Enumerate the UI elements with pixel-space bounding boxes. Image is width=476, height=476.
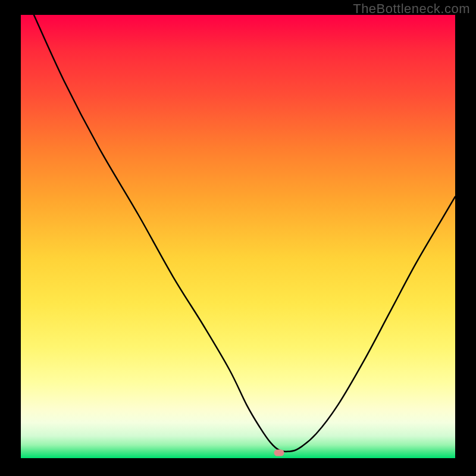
- bottleneck-curve: [34, 15, 455, 452]
- plot-area: [21, 15, 455, 458]
- chart-svg: [21, 15, 455, 458]
- chart-frame: TheBottleneck.com: [0, 0, 476, 476]
- minimum-marker: [274, 450, 284, 456]
- watermark-text: TheBottleneck.com: [353, 1, 470, 17]
